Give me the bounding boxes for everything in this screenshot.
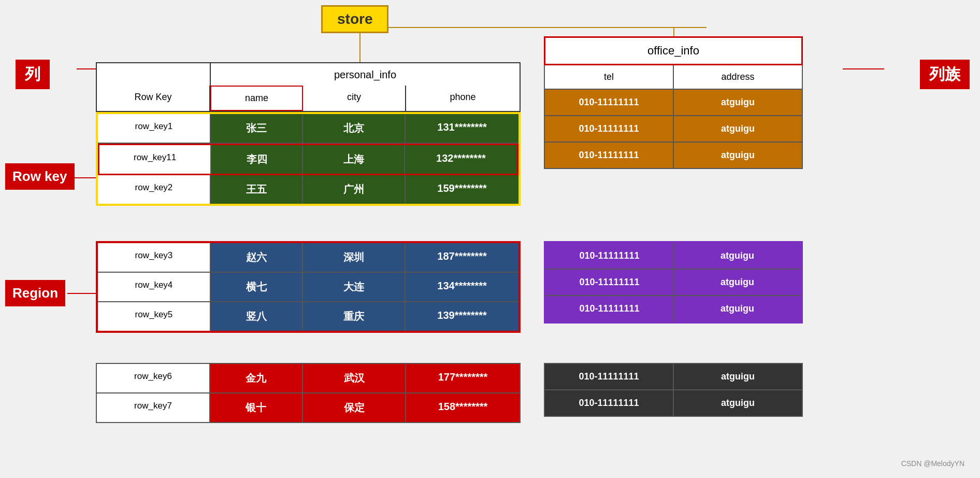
cell-name: 金九 xyxy=(210,364,303,392)
cell-address: atguigu xyxy=(674,143,802,168)
cell-city: 重庆 xyxy=(303,302,406,331)
office-row: 010-11111111 atguigu xyxy=(544,116,803,143)
top-empty-left xyxy=(97,63,211,86)
col-header-rowkey: Row Key xyxy=(97,86,210,111)
office-row: 010-11111111 atguigu xyxy=(544,143,803,169)
cell-city: 大连 xyxy=(303,273,406,301)
office-info-header: office_info xyxy=(544,36,803,65)
cell-tel: 010-11111111 xyxy=(546,243,674,269)
cell-phone: 158******** xyxy=(406,393,520,422)
col-headers-row: Row Key name city phone xyxy=(96,86,521,112)
cell-name: 横七 xyxy=(211,273,303,301)
cell-name: 银十 xyxy=(210,393,303,422)
cell-address: atguigu xyxy=(674,116,802,142)
cell-rowkey: row_key3 xyxy=(98,243,211,272)
cell-city: 保定 xyxy=(303,393,406,422)
main-table: personal_info Row Key name city phone ro… xyxy=(96,62,521,206)
cell-address: atguigu xyxy=(674,364,802,389)
cell-phone: 132******** xyxy=(405,145,517,174)
cell-phone: 134******** xyxy=(406,273,518,301)
personal-info-top-row: personal_info xyxy=(96,62,521,86)
cell-address: atguigu xyxy=(674,90,802,115)
table-row: row_key4 横七 大连 134******** xyxy=(98,273,518,302)
table-row: row_key5 竖八 重庆 139******** xyxy=(98,302,518,331)
cell-tel: 010-11111111 xyxy=(545,90,674,115)
cell-address: atguigu xyxy=(674,243,801,269)
arrow-region xyxy=(67,293,96,294)
office-row: 010-11111111 atguigu xyxy=(546,243,801,270)
office-row: 010-11111111 atguigu xyxy=(546,270,801,296)
label-rowkey: Row key xyxy=(5,163,75,190)
cell-rowkey: row_key7 xyxy=(97,393,210,422)
office-orange-section: 010-11111111 atguigu 010-11111111 atguig… xyxy=(544,90,803,169)
office-region-section: 010-11111111 atguigu 010-11111111 atguig… xyxy=(544,241,803,324)
cell-rowkey: row_key5 xyxy=(98,302,211,331)
cell-address: atguigu xyxy=(674,390,802,416)
table-row: row_key11 李四 上海 132******** xyxy=(98,144,518,175)
cell-name: 王五 xyxy=(211,175,303,204)
label-lie: 列 xyxy=(16,60,50,89)
yellow-section: row_key1 张三 北京 131******** row_key11 李四 … xyxy=(96,112,521,206)
table-row: row_key2 王五 广州 159******** xyxy=(98,175,518,204)
cell-address: atguigu xyxy=(674,270,801,295)
cell-tel: 010-11111111 xyxy=(545,143,674,168)
office-info-area: office_info tel address 010-11111111 atg… xyxy=(544,36,803,169)
cell-city: 武汉 xyxy=(303,364,406,392)
cell-rowkey: row_key11 xyxy=(99,145,211,174)
cell-phone: 139******** xyxy=(406,302,518,331)
arrow-liezu xyxy=(843,68,884,69)
office-bottom-section: 010-11111111 atguigu 010-11111111 atguig… xyxy=(544,363,803,417)
cell-tel: 010-11111111 xyxy=(546,270,674,295)
cell-tel: 010-11111111 xyxy=(545,390,674,416)
table-row: row_key3 赵六 深圳 187******** xyxy=(98,243,518,273)
personal-info-header: personal_info xyxy=(211,63,520,86)
office-col-headers: tel address xyxy=(544,65,803,90)
col-header-phone: phone xyxy=(406,86,520,111)
cell-phone: 131******** xyxy=(406,114,518,143)
store-line-h xyxy=(359,27,707,28)
cell-phone: 177******** xyxy=(406,364,520,392)
store-label: store xyxy=(321,5,388,33)
cell-rowkey: row_key1 xyxy=(98,114,211,143)
col-tel: tel xyxy=(545,65,674,89)
watermark: CSDN @MelodyYN xyxy=(901,459,964,468)
cell-address: atguigu xyxy=(674,296,801,321)
cell-tel: 010-11111111 xyxy=(545,364,674,389)
cell-city: 广州 xyxy=(303,175,406,204)
cell-name: 赵六 xyxy=(211,243,303,272)
cell-phone: 159******** xyxy=(406,175,518,204)
region-section: row_key3 赵六 深圳 187******** row_key4 横七 大… xyxy=(96,241,521,333)
cell-rowkey: row_key4 xyxy=(98,273,211,301)
cell-city: 深圳 xyxy=(303,243,406,272)
table-row: row_key6 金九 武汉 177******** xyxy=(97,364,520,393)
label-region: Region xyxy=(5,280,65,306)
cell-phone: 187******** xyxy=(406,243,518,272)
cell-city: 上海 xyxy=(303,145,405,174)
col-header-name: name xyxy=(210,86,303,111)
cell-rowkey: row_key6 xyxy=(97,364,210,392)
label-liezu: 列族 xyxy=(920,60,970,89)
cell-name: 张三 xyxy=(211,114,303,143)
office-row: 010-11111111 atguigu xyxy=(544,90,803,116)
cell-tel: 010-11111111 xyxy=(545,116,674,142)
cell-name: 李四 xyxy=(211,145,303,174)
cell-rowkey: row_key2 xyxy=(98,175,211,204)
office-row: 010-11111111 atguigu xyxy=(545,390,802,416)
main-container: store 列 Row key Region 列族 personal_info … xyxy=(0,0,980,478)
bottom-section: row_key6 金九 武汉 177******** row_key7 银十 保… xyxy=(96,363,521,423)
cell-tel: 010-11111111 xyxy=(546,296,674,321)
table-row: row_key1 张三 北京 131******** xyxy=(98,114,518,144)
cell-city: 北京 xyxy=(303,114,406,143)
col-address: address xyxy=(674,65,802,89)
office-row: 010-11111111 atguigu xyxy=(546,296,801,321)
col-header-city: city xyxy=(303,86,406,111)
table-row: row_key7 银十 保定 158******** xyxy=(97,393,520,422)
office-row: 010-11111111 atguigu xyxy=(545,364,802,390)
cell-name: 竖八 xyxy=(211,302,303,331)
